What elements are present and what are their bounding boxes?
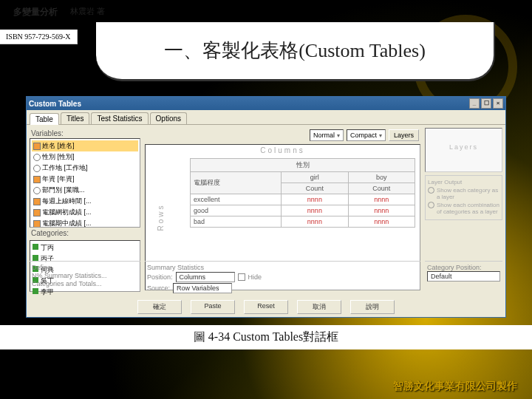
summary-stats-group: Summary Statistics Position:ColumnsHide … (145, 261, 420, 296)
source-combo[interactable]: Row Variables (173, 283, 232, 293)
layer-output-group: Layer Output Show each category as a lay… (425, 175, 502, 220)
list-item: 電腦期中成績 [... (32, 218, 138, 228)
reset-button[interactable]: Reset (244, 300, 288, 314)
list-item: 姓名 [姓名] (32, 140, 138, 151)
view-normal-combo[interactable]: Normal (310, 129, 344, 141)
row-group-header: 電腦程度 (191, 172, 282, 194)
tab-titles[interactable]: Titles (61, 112, 90, 124)
tab-options[interactable]: Options (150, 112, 187, 124)
hide-checkbox[interactable] (238, 273, 245, 281)
view-compact-combo[interactable]: Compact (347, 129, 386, 141)
cancel-button[interactable]: 取消 (297, 300, 341, 314)
tab-table[interactable]: Table (30, 113, 59, 125)
ordinal-icon (33, 165, 41, 172)
footer-credit: 智勝文化事業有限公司製作 (393, 380, 517, 393)
category-position-combo[interactable]: Default (427, 271, 500, 282)
close-icon[interactable]: × (493, 98, 503, 109)
define-group: Define N% Summary Statistics... Categori… (30, 261, 140, 296)
figure-caption: 圖 4-34 Custom Tables對話框 (0, 325, 532, 349)
help-button[interactable]: 說明 (350, 300, 395, 314)
scale-icon (33, 220, 41, 228)
dialog-titlebar[interactable]: Custom Tables _ ☐ × (27, 97, 505, 110)
layer-output-opt2[interactable]: Show each combination of categories as a… (428, 202, 499, 215)
columns-drop-label: Columns (260, 146, 304, 154)
rows-drop-label: Rows (157, 203, 165, 231)
position-combo[interactable]: Columns (176, 272, 235, 282)
list-item: 丁丙 (32, 242, 138, 253)
ok-button[interactable]: 確定 (137, 300, 182, 314)
variables-label: Variables: (31, 129, 140, 137)
list-item: 工作地 [工作地] (32, 163, 138, 174)
tab-strip: Table Titles Test Statistics Options (27, 110, 505, 125)
dialog-button-row: 確定 Paste Reset 取消 說明 (27, 300, 505, 314)
minimize-icon[interactable]: _ (469, 98, 480, 109)
col-group-header: 性別 (191, 159, 415, 172)
ordinal-icon (33, 154, 41, 161)
layers-drop-area[interactable]: Layers (425, 128, 502, 172)
categories-label: Categories: (31, 229, 140, 237)
layer-output-opt1[interactable]: Show each category as a layer (428, 187, 499, 200)
ordinal-icon (33, 187, 41, 194)
category-position-group: Category Position: Default (425, 261, 502, 296)
custom-tables-dialog: Custom Tables _ ☐ × Table Titles Test St… (26, 96, 506, 318)
layers-button[interactable]: Layers (389, 129, 419, 141)
scale-icon (33, 176, 41, 183)
list-item: 年資 [年資] (32, 174, 138, 185)
categories-totals-button[interactable]: Categories and Totals... (32, 280, 138, 287)
isbn: ISBN 957-729-569-X (0, 30, 78, 44)
list-item: 電腦網初成績 [... (32, 207, 138, 218)
maximize-icon[interactable]: ☐ (481, 98, 491, 109)
scale-icon (33, 209, 41, 216)
list-item: 每週上線時間 [... (32, 196, 138, 207)
slide-title: 一、客製化表格(Custom Tables) (164, 39, 426, 62)
nominal-icon (33, 143, 41, 150)
paste-button[interactable]: Paste (191, 300, 235, 314)
variable-list[interactable]: 姓名 [姓名] 性別 [性別] 工作地 [工作地] 年資 [年資] 部門別 [業… (30, 138, 140, 228)
author: 林震岩 著 (70, 6, 105, 17)
list-item: 性別 [性別] (32, 151, 138, 163)
summary-statistics-button[interactable]: N% Summary Statistics... (32, 272, 138, 279)
dialog-title: Custom Tables (29, 100, 81, 108)
scale-icon (33, 198, 41, 205)
book-title: 多變量分析 (13, 6, 58, 18)
list-item: 部門別 [業職... (32, 185, 138, 196)
tab-test-statistics[interactable]: Test Statistics (91, 112, 148, 124)
